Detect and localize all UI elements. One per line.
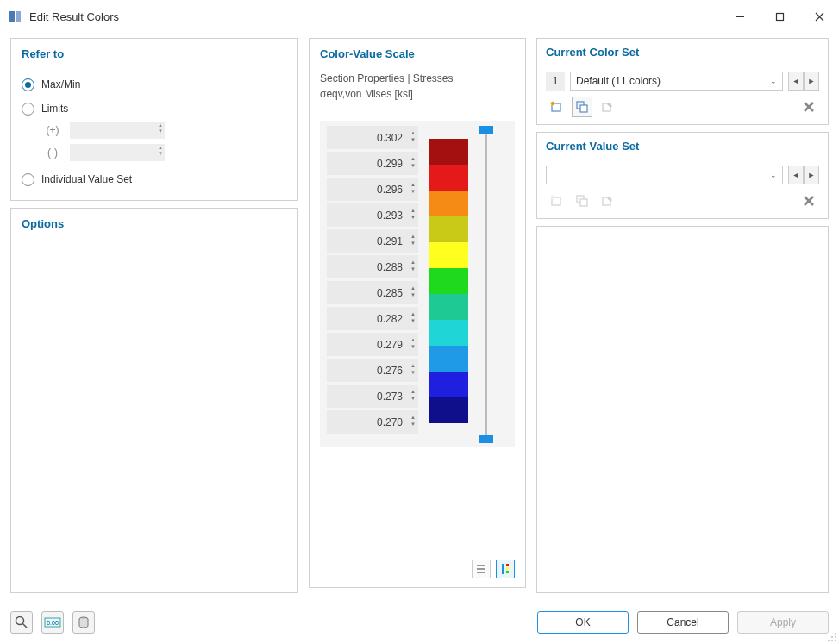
- view-mode-list-button[interactable]: [472, 560, 491, 578]
- svg-line-28: [23, 624, 28, 628]
- database-button[interactable]: [72, 611, 95, 634]
- svg-point-27: [16, 617, 24, 625]
- color-set-delete-button[interactable]: [798, 97, 819, 117]
- title-bar: Edit Result Colors: [0, 0, 839, 33]
- refer-maxmin-option[interactable]: Max/Min: [22, 72, 287, 97]
- svg-rect-0: [9, 11, 15, 22]
- value-set-edit-button[interactable]: [598, 191, 618, 211]
- dialog-footer: 0.00 OK Cancel Apply: [0, 601, 839, 644]
- svg-rect-23: [580, 199, 587, 206]
- color-swatch[interactable]: [429, 397, 468, 423]
- radio-icon: [22, 173, 34, 186]
- svg-point-32: [835, 633, 836, 635]
- svg-rect-11: [506, 567, 509, 570]
- cvs-title: Color-Value Scale: [320, 47, 515, 60]
- scale-value-input[interactable]: 0.291▲▼: [327, 229, 418, 253]
- cvs-result-quantity: σeqv,von Mises [ksi]: [320, 88, 515, 100]
- color-swatch[interactable]: [429, 216, 468, 242]
- radio-icon: [22, 103, 34, 116]
- scale-value-input[interactable]: 0.276▲▼: [327, 359, 418, 382]
- color-swatch[interactable]: [429, 139, 468, 165]
- color-swatch[interactable]: [429, 372, 468, 397]
- right-empty-panel: [536, 226, 829, 593]
- color-value-scale-panel: Color-Value Scale Section Properties | S…: [309, 38, 526, 588]
- scale-value-input[interactable]: 0.282▲▼: [327, 307, 418, 330]
- radio-selected-icon: [22, 78, 34, 91]
- apply-button[interactable]: Apply: [737, 611, 829, 634]
- units-button[interactable]: 0.00: [41, 611, 64, 634]
- svg-rect-9: [502, 564, 504, 574]
- color-swatch[interactable]: [429, 294, 468, 320]
- chevron-down-icon: ⌄: [770, 77, 777, 85]
- svg-point-35: [828, 640, 830, 641]
- color-swatch[interactable]: [429, 165, 468, 191]
- value-set-delete-button[interactable]: [798, 191, 819, 211]
- svg-rect-8: [477, 572, 485, 573]
- range-slider[interactable]: [479, 126, 494, 441]
- value-set-copy-button[interactable]: [572, 191, 592, 211]
- cancel-button[interactable]: Cancel: [637, 611, 729, 634]
- resize-grip-icon[interactable]: [825, 630, 837, 642]
- refer-limits-option[interactable]: Limits: [22, 97, 287, 121]
- scale-value-input[interactable]: 0.293▲▼: [327, 203, 418, 227]
- svg-rect-7: [477, 568, 485, 570]
- color-swatch[interactable]: [429, 242, 468, 268]
- color-set-new-button[interactable]: [546, 97, 567, 117]
- limit-minus-label: (-): [42, 147, 63, 159]
- close-button[interactable]: [799, 0, 839, 33]
- svg-rect-16: [580, 105, 587, 112]
- scale-value-input[interactable]: 0.270▲▼: [327, 410, 418, 434]
- svg-rect-3: [776, 13, 783, 20]
- color-set-select[interactable]: Default (11 colors) ⌄: [570, 72, 783, 91]
- value-set-next-button[interactable]: ►: [804, 166, 819, 184]
- limit-plus-input[interactable]: ▲▼: [70, 122, 165, 139]
- scale-value-input[interactable]: 0.285▲▼: [327, 281, 418, 304]
- svg-text:0.00: 0.00: [47, 620, 59, 626]
- color-swatch[interactable]: [429, 268, 468, 294]
- refer-maxmin-label: Max/Min: [41, 78, 80, 91]
- ok-button[interactable]: OK: [537, 611, 629, 634]
- svg-rect-12: [506, 571, 509, 573]
- refer-to-panel: Refer to Max/Min Limits (+) ▲▼ (-): [10, 38, 298, 201]
- refer-limits-label: Limits: [41, 103, 68, 115]
- options-title: Options: [22, 217, 287, 230]
- maximize-button[interactable]: [760, 0, 799, 33]
- color-swatch[interactable]: [429, 320, 468, 346]
- view-mode-scale-button[interactable]: [496, 560, 515, 578]
- scale-value-input[interactable]: 0.302▲▼: [327, 126, 418, 149]
- scale-value-input[interactable]: 0.279▲▼: [327, 333, 418, 356]
- refer-to-title: Refer to: [22, 47, 287, 60]
- svg-point-21: [551, 196, 555, 200]
- color-set-copy-button[interactable]: [572, 97, 592, 117]
- color-swatch[interactable]: [429, 346, 468, 372]
- color-set-index: 1: [546, 72, 565, 91]
- color-set-next-button[interactable]: ►: [804, 72, 819, 91]
- value-set-new-button[interactable]: [546, 191, 567, 211]
- help-button[interactable]: [10, 611, 33, 634]
- value-set-title: Current Value Set: [546, 140, 819, 153]
- svg-point-37: [835, 640, 836, 641]
- svg-point-33: [831, 636, 833, 638]
- refer-individual-option[interactable]: Individual Value Set: [22, 167, 287, 191]
- svg-rect-1: [16, 11, 21, 22]
- options-panel: Options: [10, 208, 298, 593]
- chevron-down-icon: ⌄: [770, 171, 777, 179]
- scale-value-input[interactable]: 0.288▲▼: [327, 255, 418, 278]
- current-color-set-panel: Current Color Set 1 Default (11 colors) …: [536, 38, 829, 125]
- slider-handle-top[interactable]: [479, 126, 493, 134]
- color-set-title: Current Color Set: [546, 46, 819, 59]
- color-swatch[interactable]: [429, 191, 468, 216]
- scale-value-input[interactable]: 0.299▲▼: [327, 152, 418, 175]
- scale-value-input[interactable]: 0.296▲▼: [327, 178, 418, 201]
- color-set-edit-button[interactable]: [598, 97, 618, 117]
- color-set-prev-button[interactable]: ◄: [788, 72, 804, 91]
- app-icon: [9, 9, 22, 23]
- scale-value-input[interactable]: 0.273▲▼: [327, 385, 418, 408]
- current-value-set-panel: Current Value Set ⌄ ◄ ►: [536, 132, 829, 219]
- minimize-button[interactable]: [720, 0, 760, 33]
- slider-handle-bottom[interactable]: [479, 435, 493, 443]
- value-set-select[interactable]: ⌄: [546, 166, 783, 184]
- limit-plus-label: (+): [42, 124, 63, 136]
- limit-minus-input[interactable]: ▲▼: [70, 144, 165, 161]
- value-set-prev-button[interactable]: ◄: [788, 166, 804, 184]
